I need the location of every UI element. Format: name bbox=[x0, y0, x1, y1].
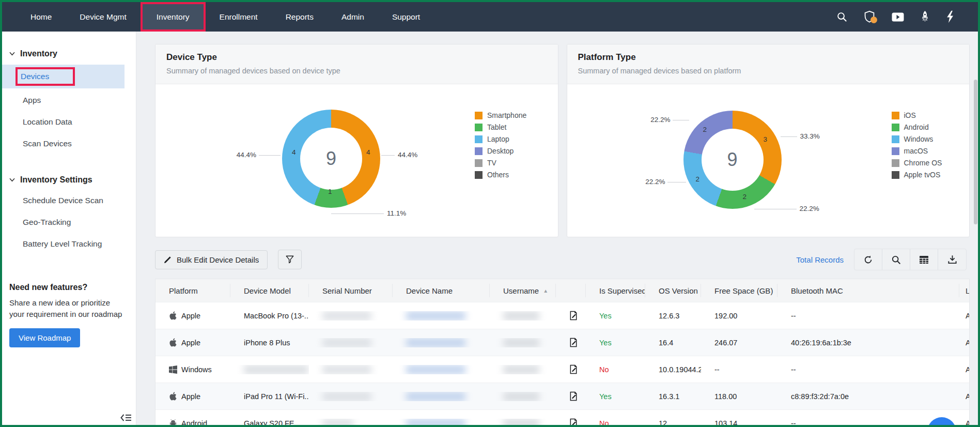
nav-item-home[interactable]: Home bbox=[17, 2, 66, 32]
column-header-is-supervised[interactable]: Is Supervised bbox=[586, 284, 645, 297]
nav-item-reports[interactable]: Reports bbox=[272, 2, 328, 32]
platform-label: Apple bbox=[181, 339, 200, 347]
sidebar-item-battery-level-tracking[interactable]: Battery Level Tracking bbox=[2, 233, 136, 255]
device-name-redacted[interactable] bbox=[393, 311, 490, 321]
edit-row-icon[interactable] bbox=[556, 338, 586, 347]
devices-table: Platform Device Model Serial Number Devi… bbox=[155, 279, 970, 427]
legend-item-others[interactable]: Others bbox=[475, 171, 526, 179]
nav-item-enrollment[interactable]: Enrollment bbox=[206, 2, 272, 32]
username-redacted bbox=[490, 419, 556, 427]
is-supervised-value: Yes bbox=[586, 392, 645, 401]
refresh-icon[interactable] bbox=[854, 249, 882, 270]
lightning-icon[interactable] bbox=[946, 10, 954, 23]
nav-item-admin[interactable]: Admin bbox=[328, 2, 378, 32]
free-space-value: 103.14 bbox=[701, 419, 777, 427]
sidebar-item-apps[interactable]: Apps bbox=[2, 89, 136, 111]
legend-item-windows[interactable]: Windows bbox=[892, 135, 942, 143]
column-header-bluetooth-mac[interactable]: Bluetooth MAC bbox=[777, 284, 959, 297]
legend-item-apple-tvos[interactable]: Apple tvOS bbox=[892, 171, 942, 179]
search-table-icon[interactable] bbox=[882, 249, 910, 270]
legend-item-chrome-os[interactable]: Chrome OS bbox=[892, 159, 942, 167]
last-column-value: Apr bbox=[959, 365, 969, 374]
bluetooth-mac-value: -- bbox=[777, 365, 959, 374]
callout-line bbox=[754, 209, 797, 209]
legend-item-desktop[interactable]: Desktop bbox=[475, 147, 526, 155]
edit-row-icon[interactable] bbox=[556, 418, 586, 427]
table-action-group bbox=[854, 249, 967, 270]
table-row[interactable]: Android Galaxy S20 FE No 12 103.14 -- Ap… bbox=[155, 409, 969, 427]
edit-row-icon[interactable] bbox=[556, 391, 586, 401]
is-supervised-value: No bbox=[586, 365, 645, 374]
search-icon[interactable] bbox=[836, 11, 847, 22]
free-space-value: 118.00 bbox=[701, 392, 777, 401]
video-icon[interactable] bbox=[892, 12, 904, 22]
table-row[interactable]: Apple iPad Pro 11 (Wi-Fi... Yes 16.3.1 1… bbox=[155, 383, 969, 409]
legend-item-tablet[interactable]: Tablet bbox=[475, 123, 526, 131]
chevron-down-icon bbox=[9, 52, 15, 56]
column-header-username[interactable]: Username▲ bbox=[490, 284, 556, 297]
device-name-redacted[interactable] bbox=[393, 392, 490, 401]
sidebar-item-scan-devices[interactable]: Scan Devices bbox=[2, 133, 136, 155]
slice-percent: 44.4% bbox=[398, 151, 417, 159]
edit-row-icon[interactable] bbox=[556, 311, 586, 321]
view-roadmap-button[interactable]: View Roadmap bbox=[9, 328, 80, 347]
collapse-sidebar-icon[interactable] bbox=[119, 413, 133, 423]
card-title: Device Type bbox=[166, 52, 547, 63]
column-header-serial-number[interactable]: Serial Number bbox=[309, 284, 393, 297]
table-columns-icon[interactable] bbox=[910, 249, 938, 270]
table-row[interactable]: Apple MacBook Pro (13-... Yes 12.6.3 192… bbox=[155, 302, 969, 329]
serial-number-redacted bbox=[309, 365, 393, 374]
column-header-free-space[interactable]: Free Space (GB) bbox=[701, 284, 777, 297]
table-row[interactable]: Apple iPhone 8 Plus Yes 16.4 246.07 40:2… bbox=[155, 329, 969, 356]
vertical-scrollbar[interactable] bbox=[974, 80, 977, 224]
legend-item-macos[interactable]: macOS bbox=[892, 147, 942, 155]
column-header-device-model[interactable]: Device Model bbox=[230, 284, 309, 297]
sidebar-item-devices[interactable]: Devices bbox=[2, 65, 125, 88]
sidebar-section-inventory-settings[interactable]: Inventory Settings bbox=[2, 170, 136, 190]
sidebar-section-inventory[interactable]: Inventory bbox=[2, 44, 136, 64]
column-header-os-version[interactable]: OS Version bbox=[645, 284, 701, 297]
legend-item-smartphone[interactable]: Smartphone bbox=[475, 111, 526, 119]
device-type-legend: Smartphone Tablet Laptop Desktop TV Othe… bbox=[475, 111, 526, 179]
shield-badge-icon[interactable] bbox=[863, 10, 876, 23]
edit-row-icon[interactable] bbox=[556, 364, 586, 374]
bulk-edit-device-details-button[interactable]: Bulk Edit Device Details bbox=[155, 250, 268, 269]
serial-number-redacted bbox=[309, 338, 393, 347]
device-name-redacted[interactable] bbox=[393, 338, 490, 347]
column-header-platform[interactable]: Platform bbox=[155, 284, 230, 297]
device-name-redacted[interactable] bbox=[393, 365, 490, 374]
donut-total: 9 bbox=[683, 111, 782, 209]
shield-alert-badge bbox=[870, 17, 877, 23]
sidebar-item-location-data[interactable]: Location Data bbox=[2, 111, 136, 133]
nav-item-support[interactable]: Support bbox=[378, 2, 434, 32]
column-header-last[interactable]: Last bbox=[959, 284, 969, 297]
slice-value: 2 bbox=[696, 175, 700, 183]
slice-percent: 22.2% bbox=[800, 205, 819, 212]
column-header-device-name[interactable]: Device Name bbox=[393, 284, 490, 297]
last-column-value: Apr bbox=[959, 392, 969, 401]
nav-item-inventory[interactable]: Inventory bbox=[141, 2, 206, 32]
serial-number-redacted bbox=[309, 392, 393, 401]
legend-item-android[interactable]: Android bbox=[892, 123, 942, 131]
legend-item-tv[interactable]: TV bbox=[475, 159, 526, 167]
platform-label: Windows bbox=[181, 365, 212, 374]
page-body: Inventory Devices Apps Location Data Sca… bbox=[2, 32, 978, 425]
rocket-icon[interactable] bbox=[920, 10, 930, 23]
download-icon[interactable] bbox=[938, 249, 966, 270]
free-space-value: 192.00 bbox=[701, 312, 777, 320]
sidebar-item-schedule-device-scan[interactable]: Schedule Device Scan bbox=[2, 190, 136, 211]
sidebar-item-geo-tracking[interactable]: Geo-Tracking bbox=[2, 211, 136, 233]
legend-swatch bbox=[475, 147, 483, 155]
table-row[interactable]: Windows No 10.0.19044.2728 -- -- Apr bbox=[155, 356, 969, 383]
legend-item-ios[interactable]: iOS bbox=[892, 111, 942, 119]
platform-label: Apple bbox=[181, 312, 200, 320]
total-records-link[interactable]: Total Records bbox=[796, 255, 844, 264]
callout-line bbox=[381, 155, 395, 156]
nav-item-device-mgmt[interactable]: Device Mgmt bbox=[66, 2, 140, 32]
filter-button[interactable] bbox=[278, 250, 302, 269]
device-model: iPhone 8 Plus bbox=[230, 339, 309, 347]
legend-swatch bbox=[475, 171, 483, 179]
device-name-redacted[interactable] bbox=[393, 419, 490, 427]
legend-item-laptop[interactable]: Laptop bbox=[475, 135, 526, 143]
os-version-value: 16.3.1 bbox=[645, 392, 701, 401]
